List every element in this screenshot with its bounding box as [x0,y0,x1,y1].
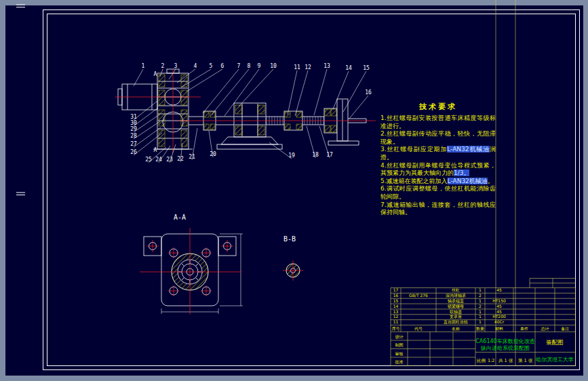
table-cell: 14 [393,304,399,308]
part-callout: 17 [326,152,333,158]
table-cell: HT150 [492,298,506,303]
part-callout: 10 [270,63,277,69]
part-callout: 23 [166,157,173,163]
table-cell: 设计 [395,334,404,339]
part-callout: 29 [130,126,137,132]
technical-requirements: 技术要求 1.丝杠螺母副安装按普通车床精度等级标准进行。2.丝杠螺母副传动应平稳… [380,102,496,217]
table-cell: 总计 [541,326,549,331]
table-cell: 单件 [520,326,528,331]
part-callout: 24 [155,157,162,163]
table-cell: 审核 [395,351,404,356]
tech-requirement-item: 7.减速箱输出轴，连接套，丝杠的轴线应保持同轴。 [380,201,496,217]
table-cell: 代号 [414,326,423,331]
section-label-aa: A-A [174,214,186,221]
table-cell: GB/T 276 [409,293,428,298]
part-callout: 18 [312,152,319,158]
table-cell: 联轴器 [450,309,462,315]
scale-value: 1:2 [488,358,494,363]
part-callout: 4 [194,63,197,69]
table-cell: 1 [479,298,482,303]
part-callout: 28 [130,133,137,139]
tech-requirement-item: 2.丝杠螺母副传动应平稳，轻快，无阻滞现象。 [380,130,496,146]
table-cell: 序号 [392,326,400,331]
table-cell: 15 [393,298,399,303]
part-callout: 7 [237,63,241,69]
part-callout: 12 [305,64,311,71]
table-cell: 深沟球轴承 [446,293,466,298]
table-cell: 名称 [452,326,460,332]
table-cell: 45 [496,309,502,314]
table-cell: 轴承端盖 [448,298,464,304]
tech-requirement-item: 1.丝杠螺母副安装按普通车床精度等级标准进行。 [380,115,496,130]
part-callout: 30 [130,120,137,126]
tech-requirement-item: 5.减速箱在装配之前加入L-AN32机械油。 [380,178,496,186]
part-callout: 20 [210,151,216,157]
school-name: 哈尔滨理工大学 [536,357,574,363]
part-callout: 8 [248,63,251,69]
part-callout: 26 [130,149,137,155]
table-cell: 13 [393,309,399,314]
table-cell: 12 [393,314,399,319]
part-callout: 19 [288,153,295,159]
table-cell: 制图 [395,342,404,348]
table-cell: 45 [496,287,502,292]
table-cell: 材料 [494,326,503,332]
cad-viewer-background: A-A B-B 12345678910111213141516171819202… [0,0,588,381]
part-callout: 13 [324,63,330,69]
section-label-bb: B-B [283,235,296,243]
table-cell: 11 [393,319,399,324]
table-cell: 1 [479,309,482,314]
part-callout: A [154,71,157,77]
table-cell: 40Cr [494,319,505,324]
table-cell: 17 [393,287,399,292]
table-cell: 批准 [395,359,404,365]
table-cell: 1 [479,314,482,319]
table-cell: 2 [479,293,482,298]
sheet-number: 第 1 张 [518,358,533,363]
part-callout: 6 [221,63,224,69]
tech-requirement-item: 4.丝杠螺母副用单螺母变位导程式预紧，其预紧力为其最大轴向力的1/3。 [380,162,496,178]
drawing-canvas[interactable]: A-A B-B 12345678910111213141516171819202… [0,0,588,381]
part-callout: 16 [365,89,372,96]
table-cell: 数量 [476,326,484,331]
doc-type: 装配图 [546,339,564,346]
table-cell: 支承座 [450,314,462,319]
sheet-total: 共 1 张 [498,358,513,363]
part-callout: 1 [142,63,145,69]
part-callout: 9 [258,63,261,69]
table-cell: 丝杠 [452,287,460,292]
table-cell: 备注 [561,326,569,332]
part-callout: 27 [130,141,137,147]
part-callout: 14 [345,65,352,71]
scale-label: 比例 [477,358,486,363]
part-callout: 11 [294,64,300,71]
project-title-line2: 纵向进给系统装配图 [481,345,530,351]
table-cell: HT200 [492,314,506,319]
table-cell: 2 [479,304,482,308]
table-cell: 45 [496,304,502,308]
part-callout: 22 [177,156,184,162]
part-callout: 21 [189,154,195,160]
table-cell: 直齿圆柱齿轮 [444,319,468,325]
table-cell: 1 [479,319,482,324]
table-cell: 锁紧螺母 [447,304,464,309]
part-callout: 15 [363,65,370,71]
part-callout: 3 [174,63,178,69]
tech-requirements-title: 技术要求 [380,102,496,112]
table-cell: 1 [479,287,482,292]
tech-requirements-body: 1.丝杠螺母副安装按普通车床精度等级标准进行。2.丝杠螺母副传动应平稳，轻快，无… [380,115,496,217]
tech-requirement-item: 3.丝杠螺母副应定期加L-AN32机械油润滑。 [380,146,496,161]
table-cell: 16 [393,293,399,298]
tech-requirement-item: 6.调试时应调整螺母，使丝杠机能消除齿轮间隙。 [380,185,496,201]
project-title-line1: CA6140车床数控化改造 [475,338,534,344]
part-callout: 2 [161,63,165,69]
part-callout: 25 [145,157,152,163]
part-callout: 5 [210,63,213,69]
part-callout: 31 [130,114,137,120]
part-callout: A [154,147,157,153]
